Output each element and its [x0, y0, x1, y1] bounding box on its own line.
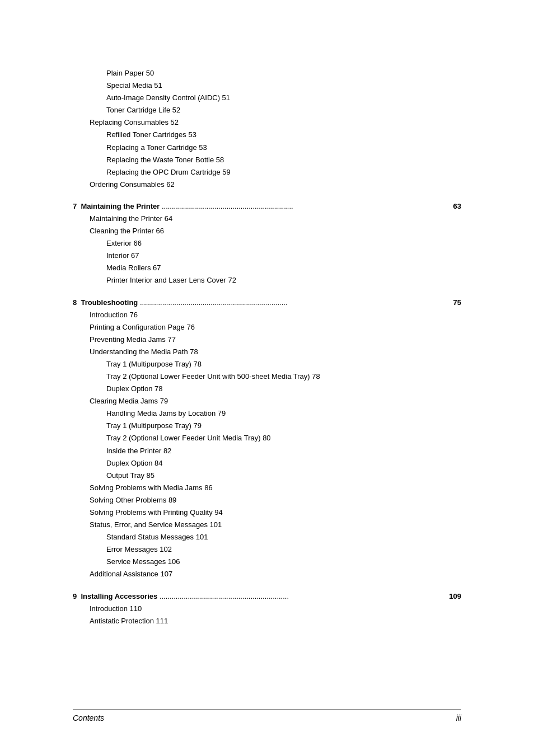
- page-footer: Contents iii: [73, 710, 461, 722]
- toc-item: Inside the Printer 82: [73, 445, 461, 457]
- toc-content: Plain Paper 50 Special Media 51 Auto-Ima…: [73, 67, 461, 627]
- toc-item: Media Rollers 67: [73, 262, 461, 274]
- toc-chapter-7-section: 7 Maintaining the Printer ..............…: [73, 202, 461, 287]
- chapter-8-page: 75: [453, 298, 461, 307]
- toc-item: Refilled Toner Cartridges 53: [73, 129, 461, 141]
- toc-item: Solving Problems with Media Jams 86: [73, 482, 461, 494]
- toc-item: Printer Interior and Laser Lens Cover 72: [73, 274, 461, 287]
- toc-item: Tray 2 (Optional Lower Feeder Unit with …: [73, 370, 461, 383]
- toc-item: Introduction 76: [73, 309, 461, 321]
- toc-item: Status, Error, and Service Messages 101: [73, 519, 461, 531]
- chapter-8-heading: 8 Troubleshooting ......................…: [73, 298, 461, 307]
- footer-page-number: iii: [456, 713, 461, 722]
- toc-item: Replacing the Waste Toner Bottle 58: [73, 154, 461, 166]
- toc-item: Output Tray 85: [73, 469, 461, 482]
- chapter-8-title: 8 Troubleshooting ......................…: [73, 298, 453, 307]
- toc-item: Maintaining the Printer 64: [73, 213, 461, 225]
- toc-item: Introduction 110: [73, 603, 461, 615]
- toc-chapter-8-section: 8 Troubleshooting ......................…: [73, 298, 461, 581]
- toc-item: Standard Status Messages 101: [73, 531, 461, 543]
- toc-chapter-9-section: 9 Installing Accessories ...............…: [73, 592, 461, 627]
- chapter-9-title: 9 Installing Accessories ...............…: [73, 592, 449, 600]
- toc-item: Tray 1 (Multipurpose Tray) 78: [73, 358, 461, 370]
- toc-item: Solving Other Problems 89: [73, 494, 461, 506]
- toc-item: Duplex Option 84: [73, 457, 461, 469]
- toc-item: Special Media 51: [73, 79, 461, 92]
- chapter-9-page: 109: [449, 592, 461, 600]
- chapter-7-page: 63: [453, 202, 461, 210]
- chapter-7-title: 7 Maintaining the Printer ..............…: [73, 202, 453, 210]
- toc-item: Tray 1 (Multipurpose Tray) 79: [73, 420, 461, 432]
- toc-continuation-section: Plain Paper 50 Special Media 51 Auto-Ima…: [73, 67, 461, 191]
- page: Plain Paper 50 Special Media 51 Auto-Ima…: [0, 0, 534, 756]
- toc-item: Cleaning the Printer 66: [73, 225, 461, 237]
- toc-item: Solving Problems with Printing Quality 9…: [73, 506, 461, 519]
- chapter-9-heading: 9 Installing Accessories ...............…: [73, 592, 461, 600]
- toc-item: Clearing Media Jams 79: [73, 395, 461, 407]
- toc-item: Service Messages 106: [73, 556, 461, 568]
- toc-item: Exterior 66: [73, 237, 461, 250]
- toc-item: Understanding the Media Path 78: [73, 346, 461, 358]
- toc-item: Replacing a Toner Cartridge 53: [73, 142, 461, 154]
- chapter-7-heading: 7 Maintaining the Printer ..............…: [73, 202, 461, 210]
- toc-item: Replacing Consumables 52: [73, 116, 461, 129]
- toc-item: Auto-Image Density Control (AIDC) 51: [73, 92, 461, 104]
- toc-item: Duplex Option 78: [73, 383, 461, 395]
- toc-item: Additional Assistance 107: [73, 568, 461, 580]
- toc-item: Antistatic Protection 111: [73, 615, 461, 627]
- toc-item: Preventing Media Jams 77: [73, 334, 461, 346]
- toc-item: Error Messages 102: [73, 543, 461, 556]
- toc-item: Plain Paper 50: [73, 67, 461, 79]
- toc-item: Tray 2 (Optional Lower Feeder Unit Media…: [73, 432, 461, 444]
- toc-item: Printing a Configuration Page 76: [73, 321, 461, 334]
- toc-item: Handling Media Jams by Location 79: [73, 407, 461, 420]
- toc-item: Toner Cartridge Life 52: [73, 104, 461, 116]
- footer-title: Contents: [73, 713, 104, 722]
- toc-item: Ordering Consumables 62: [73, 179, 461, 191]
- toc-item: Replacing the OPC Drum Cartridge 59: [73, 166, 461, 179]
- toc-item: Interior 67: [73, 250, 461, 262]
